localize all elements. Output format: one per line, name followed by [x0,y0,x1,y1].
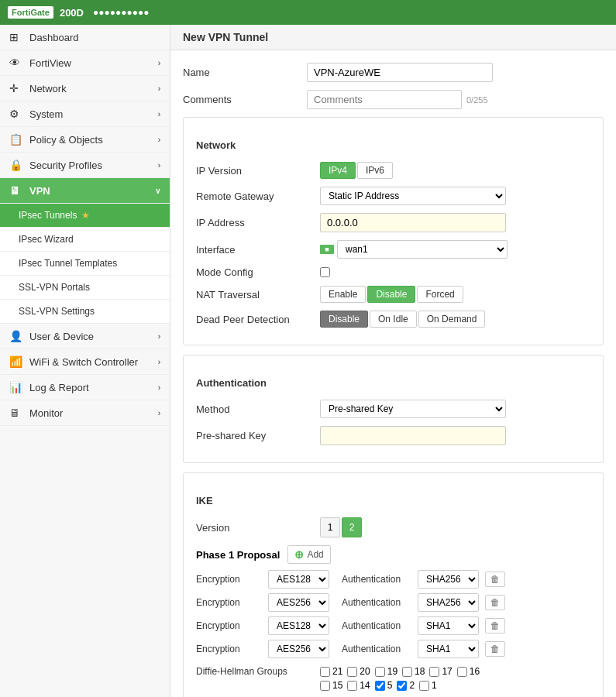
dh-19-checkbox[interactable] [375,667,385,677]
ip-address-label: IP Address [196,217,320,228]
chevron-right-icon: › [158,358,160,366]
ipsec-wizard-label: IPsec Wizard [19,234,74,245]
sidebar-item-log[interactable]: 📊 Log & Report › [0,375,170,400]
phase1-header: Phase 1 Proposal ⊕ Add [196,545,590,564]
sidebar-label-user: User & Device [29,331,94,342]
auth-select-3[interactable]: SHA256SHA1MD5 [418,640,479,658]
chevron-right-icon: › [158,383,160,392]
add-proposal-button[interactable]: ⊕ Add [287,545,330,564]
ike-version-group: 1 2 [320,517,362,537]
enc-select-1[interactable]: AES128AES2563DES [268,593,329,612]
nat-enable-button[interactable]: Enable [320,286,366,303]
dh-2-checkbox[interactable] [397,681,407,691]
ike-version-row: Version 1 2 [196,517,590,537]
ipv6-button[interactable]: IPv6 [357,162,393,179]
system-icon: ⚙ [9,108,23,120]
page-title: New VPN Tunnel [170,25,616,50]
interface-select[interactable]: wan1 wan2 [337,240,508,259]
sidebar-item-wifi[interactable]: 📶 WiFi & Switch Controller › [0,349,170,375]
sidebar-item-ssl-portals[interactable]: SSL-VPN Portals [0,276,170,300]
vpn-submenu: IPsec Tunnels ★ IPsec Wizard IPsec Tunne… [0,204,170,324]
ike-v2-button[interactable]: 2 [342,517,362,537]
add-label: Add [307,549,323,560]
dh-17-checkbox[interactable] [429,667,439,677]
interface-label: Interface [196,244,320,256]
dh-5: 5 [375,680,393,691]
ipv4-button[interactable]: IPv4 [320,162,356,179]
sidebar-item-user[interactable]: 👤 User & Device › [0,324,170,349]
proposal-row-1: Encryption AES128AES2563DES Authenticati… [196,593,590,612]
sidebar-item-security[interactable]: 🔒 Security Profiles › [0,153,170,178]
dh-groups-wrapper: 21 20 19 18 17 16 15 14 5 2 1 [320,666,480,694]
auth-select-1[interactable]: SHA256SHA1MD5 [418,593,479,612]
interface-wrapper: ■ wan1 wan2 [320,240,508,259]
chevron-right-icon: › [158,136,160,144]
mode-config-checkbox[interactable] [320,267,330,277]
delete-proposal-1[interactable]: 🗑 [485,595,505,610]
dh-5-checkbox[interactable] [375,681,385,691]
sidebar-item-vpn[interactable]: 🖥 VPN ∨ [0,178,170,204]
sidebar-item-ipsec-wizard[interactable]: IPsec Wizard [0,228,170,252]
device-model: 200D [60,7,84,19]
user-icon: 👤 [9,330,23,342]
monitor-icon: 🖥 [9,407,23,419]
ip-address-input[interactable] [320,213,506,232]
comments-input[interactable] [307,90,462,109]
preshared-input[interactable] [320,426,506,445]
dpd-onidle-button[interactable]: On Idle [370,311,417,328]
dh-20-checkbox[interactable] [347,667,357,677]
nat-disable-button[interactable]: Disable [367,286,415,303]
auth-select-0[interactable]: SHA256SHA1MD5 [418,570,479,589]
delete-proposal-0[interactable]: 🗑 [485,572,505,587]
sidebar-item-ssl-settings[interactable]: SSL-VPN Settings [0,300,170,324]
dh-18-checkbox[interactable] [402,667,412,677]
dpd-ondemand-button[interactable]: On Demand [418,311,486,328]
dh-1-checkbox[interactable] [419,681,429,691]
ip-version-label: IP Version [196,165,320,177]
comments-row: Comments 0/255 [183,90,604,109]
delete-proposal-3[interactable]: 🗑 [485,641,505,657]
ipsec-tunnels-label: IPsec Tunnels [19,210,77,221]
nat-forced-button[interactable]: Forced [417,286,463,303]
sidebar-label-security: Security Profiles [29,160,102,171]
dh-14-checkbox[interactable] [347,681,357,691]
interface-icon: ■ [320,245,334,254]
dh-15-checkbox[interactable] [320,681,330,691]
security-icon: 🔒 [9,159,23,171]
enc-label-3: Encryption [196,644,262,654]
dh-18: 18 [402,666,425,677]
dh-21: 21 [320,666,342,677]
fortigate-logo: FortiGate [8,6,53,19]
name-field-wrapper: VPN-AzureWE [307,63,604,82]
sidebar-item-fortiview[interactable]: 👁 FortiView › [0,50,170,76]
enc-select-2[interactable]: AES128AES2563DES [268,616,329,635]
sidebar-item-network[interactable]: ✛ Network › [0,76,170,101]
method-row: Method Pre-shared Key Certificate [196,400,590,418]
sidebar-item-ipsec-tunnels[interactable]: IPsec Tunnels ★ [0,204,170,228]
enc-select-3[interactable]: AES128AES2563DES [268,640,329,658]
sidebar-item-policy[interactable]: 📋 Policy & Objects › [0,127,170,153]
dh-16-checkbox[interactable] [457,667,467,677]
dpd-disable-button[interactable]: Disable [320,311,368,328]
auth-select-2[interactable]: SHA256SHA1MD5 [418,616,479,635]
nat-traversal-label: NAT Traversal [196,289,320,300]
delete-proposal-2[interactable]: 🗑 [485,618,505,633]
method-select[interactable]: Pre-shared Key Certificate [320,400,506,418]
top-bar: FortiGate 200D ●●●●●●●●●● [0,0,616,25]
dh-21-checkbox[interactable] [320,667,330,677]
name-input[interactable]: VPN-AzureWE [307,63,493,82]
sidebar-label-vpn: VPN [29,185,50,197]
dh-label: Diffie-Hellman Groups [196,666,320,677]
dashboard-icon: ⊞ [9,31,23,43]
dpd-row: Dead Peer Detection Disable On Idle On D… [196,311,590,328]
ike-section: IKE Version 1 2 Phase 1 Proposal ⊕ Add [183,472,604,697]
ike-v1-button[interactable]: 1 [320,517,340,537]
sidebar-item-ipsec-templates[interactable]: IPsec Tunnel Templates [0,252,170,276]
dh-16: 16 [457,666,480,677]
remote-gateway-select[interactable]: Static IP Address Dynamic DNS Dialup Use… [320,187,506,205]
sidebar-item-dashboard[interactable]: ⊞ Dashboard [0,25,170,50]
chevron-right-icon: › [158,409,160,417]
sidebar-item-monitor[interactable]: 🖥 Monitor › [0,400,170,426]
enc-select-0[interactable]: AES128AES2563DES [268,570,329,589]
sidebar-item-system[interactable]: ⚙ System › [0,101,170,127]
